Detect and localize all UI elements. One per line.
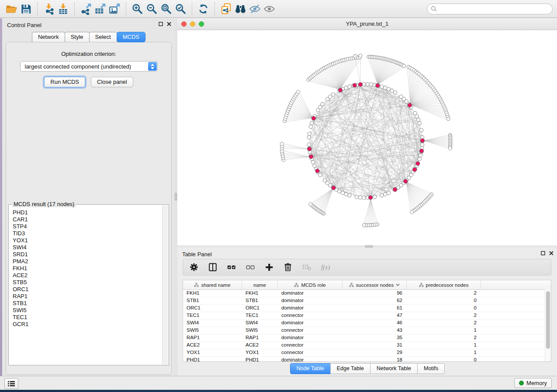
mcds-node-item[interactable]: YOX1: [13, 237, 163, 244]
save-session-button[interactable]: [19, 2, 33, 16]
zoom-out-button[interactable]: [145, 2, 159, 16]
cell: ORC1: [183, 305, 242, 312]
add-row-button[interactable]: [264, 262, 274, 272]
mcds-node-item[interactable]: STP4: [13, 223, 163, 230]
mcds-node-item[interactable]: GCR1: [13, 321, 163, 328]
first-neighbors-button[interactable]: [233, 2, 248, 16]
show-columns-button[interactable]: [208, 262, 218, 272]
binoculars-icon: [234, 3, 247, 15]
mcds-node-item[interactable]: RAP1: [13, 293, 163, 300]
import-network-button[interactable]: [42, 2, 56, 16]
import-network-icon: [42, 3, 55, 15]
close-icon[interactable]: [167, 22, 171, 26]
network-canvas[interactable]: [177, 30, 557, 246]
tab-mcds[interactable]: MCDS: [117, 32, 145, 42]
mcds-node-item[interactable]: FKH1: [13, 265, 163, 272]
import-table-icon: [57, 3, 69, 15]
close-icon[interactable]: [549, 251, 554, 255]
tab-select[interactable]: Select: [89, 32, 117, 42]
mcds-node-item[interactable]: TEC1: [13, 314, 163, 321]
table-row[interactable]: RAP1RAP1dominator352: [183, 334, 551, 342]
mcds-node-item[interactable]: ACE2: [13, 272, 163, 279]
column-header-successor-nodes[interactable]: successor nodes: [343, 280, 407, 289]
mcds-node-item[interactable]: CAR1: [13, 216, 163, 223]
close-window-icon[interactable]: [181, 21, 187, 27]
table-row[interactable]: TEC1TEC1connector472: [183, 312, 551, 320]
delete-table-button[interactable]: [301, 262, 312, 272]
deselect-all-button[interactable]: [245, 262, 256, 272]
task-history-button[interactable]: [4, 378, 18, 389]
cell: SWI5: [183, 327, 242, 334]
splitter-grip[interactable]: [175, 193, 177, 200]
cell: 43: [343, 327, 407, 334]
table-row[interactable]: SWI5SWI5connector431: [183, 327, 551, 334]
close-panel-button[interactable]: Close panel: [91, 77, 133, 87]
tab-edge-table[interactable]: Edge Table: [330, 363, 370, 374]
tab-style[interactable]: Style: [65, 32, 90, 42]
column-header-predecessor-nodes[interactable]: predecessor nodes: [407, 280, 481, 289]
network-titlebar: YPA_prune.txt_1: [177, 18, 557, 30]
mcds-node-item[interactable]: TID3: [13, 230, 163, 237]
export-table-icon: [94, 3, 107, 15]
export-image-button[interactable]: [107, 2, 122, 16]
column-header-MCDS-role[interactable]: MCDS role: [278, 280, 343, 289]
mcds-node-item[interactable]: PHD1: [13, 209, 163, 216]
cell: 0: [407, 305, 481, 312]
memory-button[interactable]: Memory: [514, 378, 552, 388]
criterion-select[interactable]: largest connected component (undirected): [20, 61, 158, 72]
cell: SWI5: [242, 327, 278, 334]
mcds-node-item[interactable]: STB5: [13, 279, 163, 286]
select-all-button[interactable]: [226, 262, 237, 272]
desktop-background-bottom: [0, 390, 557, 392]
mcds-node-item[interactable]: PMA2: [13, 258, 163, 265]
export-table-button[interactable]: [93, 2, 107, 16]
mcds-list-scrollbar[interactable]: [162, 205, 168, 364]
apply-layout-button[interactable]: [196, 2, 211, 16]
column-header-shared-name[interactable]: shared name: [183, 280, 242, 289]
column-header-name[interactable]: name: [242, 280, 278, 289]
search-field[interactable]: [427, 3, 553, 14]
scrollbar-thumb[interactable]: [546, 291, 550, 349]
table-row[interactable]: ORC1ORC1dominator610: [183, 305, 551, 312]
float-icon[interactable]: [159, 22, 163, 26]
table-scrollbar[interactable]: [545, 289, 551, 361]
delete-rows-button[interactable]: [283, 262, 293, 272]
cell: FKH1: [242, 290, 278, 297]
table-row[interactable]: ACE2ACE2connector311: [183, 342, 551, 349]
mcds-node-item[interactable]: ORC1: [13, 286, 163, 293]
hide-selected-button[interactable]: [248, 2, 262, 16]
tab-network-table[interactable]: Network Table: [370, 363, 418, 374]
table-row[interactable]: STB1STB1dominator620: [183, 297, 551, 305]
tab-node-table[interactable]: Node Table: [290, 363, 331, 374]
mcds-node-item[interactable]: SWI4: [13, 244, 163, 251]
zoom-fit-button[interactable]: [159, 2, 173, 16]
mcds-node-item[interactable]: SRD1: [13, 251, 163, 258]
zoom-in-button[interactable]: [130, 2, 145, 16]
cell: STB1: [242, 297, 278, 304]
open-file-button[interactable]: [4, 2, 19, 16]
mcds-node-item[interactable]: STB1: [13, 300, 163, 307]
search-input[interactable]: [440, 5, 549, 13]
import-table-button[interactable]: [56, 2, 70, 16]
tab-network[interactable]: Network: [32, 32, 65, 42]
show-all-button[interactable]: [262, 2, 277, 16]
cell: YOX1: [183, 349, 242, 356]
clone-network-button[interactable]: [219, 2, 233, 16]
column-settings-button[interactable]: [189, 262, 199, 272]
table-row[interactable]: FKH1FKH1dominator962: [183, 290, 551, 297]
table-row[interactable]: YOX1YOX1connector291: [183, 349, 551, 357]
cell: dominator: [278, 297, 343, 304]
float-icon[interactable]: [541, 251, 545, 255]
table-row[interactable]: PHD1PHD1dominator180: [183, 357, 551, 362]
cell: 35: [343, 334, 407, 341]
mcds-node-item[interactable]: SWI5: [13, 307, 163, 314]
function-builder-button[interactable]: f(x): [320, 262, 331, 272]
zoom-selected-button[interactable]: [173, 2, 188, 16]
export-network-button[interactable]: [79, 2, 93, 16]
tab-motifs[interactable]: Motifs: [417, 363, 445, 374]
run-mcds-button[interactable]: Run MCDS: [44, 77, 85, 87]
zoom-fit-icon: [160, 3, 173, 15]
table-row[interactable]: SWI4SWI4dominator462: [183, 320, 551, 327]
maximize-window-icon[interactable]: [199, 21, 204, 27]
minimize-window-icon[interactable]: [190, 21, 195, 27]
